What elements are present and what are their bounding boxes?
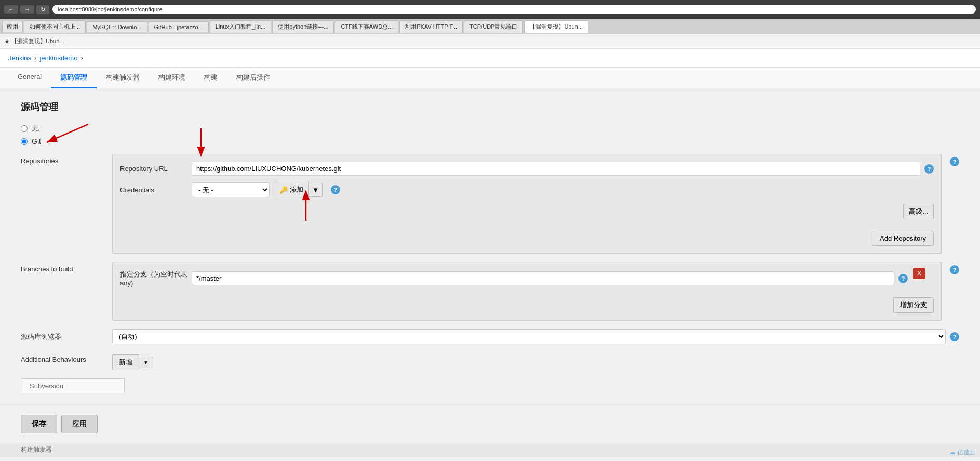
watermark: ☁ 亿速云 <box>949 448 976 457</box>
bookmark-1[interactable]: ★ 【漏洞复现】Ubun... <box>4 37 64 45</box>
main-content: 源码管理 无 Git <box>0 88 980 406</box>
browser-chrome: ← → ↻ localhost:8080/job/jenkinsdemo/con… <box>0 0 980 19</box>
apply-button[interactable]: 应用 <box>61 415 98 433</box>
browser-tabs: 应用 如何使不同主机上... MySQL :: Downlo... GitHub… <box>0 19 980 34</box>
credentials-row: Credentials <box>120 182 934 197</box>
branches-section: Branches to build X 指定分支（为空时代表any) ? 增加分… <box>21 262 959 321</box>
radio-git[interactable] <box>21 138 28 145</box>
branches-label: Branches to build <box>21 262 104 321</box>
browser-forward-btn[interactable]: → <box>20 5 34 14</box>
credentials-select[interactable]: - 无 - <box>192 182 270 197</box>
tab-3[interactable]: GitHub - jpetazzo... <box>149 21 209 32</box>
repo-url-input[interactable] <box>192 162 920 176</box>
browser-back-btn[interactable]: ← <box>4 5 18 14</box>
source-browser-select[interactable]: (自动) <box>112 329 946 344</box>
breadcrumb-jenkinsdemo[interactable]: jenkinsdemo <box>39 54 77 62</box>
radio-group: 无 Git <box>21 124 959 146</box>
delete-branch-btn[interactable]: X <box>913 268 925 279</box>
radio-none-label: 无 <box>32 124 39 133</box>
tab-1[interactable]: 如何使不同主机上... <box>24 20 86 33</box>
add-credentials-dropdown[interactable]: ▼ <box>309 183 323 197</box>
bottom-buttons: 保存 应用 <box>0 406 980 442</box>
tab-bar: General 源码管理 构建触发器 构建环境 构建 构建后操作 <box>0 68 980 88</box>
tab-source-mgmt[interactable]: 源码管理 <box>51 68 97 88</box>
add-repo-row: Add Repository <box>120 227 934 246</box>
tab-2[interactable]: MySQL :: Downlo... <box>87 21 147 32</box>
radio-none[interactable] <box>21 125 28 132</box>
source-browser-content: (自动) ? <box>112 329 959 344</box>
key-icon: 🔑 <box>279 186 288 194</box>
tab-8[interactable]: TCP/UDP常见端口 <box>464 20 523 33</box>
add-branch-btn[interactable]: 增加分支 <box>893 297 934 313</box>
tab-post-build[interactable]: 构建后操作 <box>227 68 279 88</box>
new-behaviour-dropdown[interactable]: ▼ <box>139 357 153 368</box>
additional-behaviours-label: Additional Behaviours <box>21 352 104 370</box>
add-btn-label: 添加 <box>290 185 303 194</box>
source-browser-section: 源码库浏览器 (自动) ? <box>21 329 959 344</box>
browser-refresh-btn[interactable]: ↻ <box>36 5 49 14</box>
additional-behaviours-section: Additional Behaviours 新增 ▼ <box>21 352 959 370</box>
add-credentials-btn[interactable]: 🔑 添加 <box>274 182 309 197</box>
tab-5[interactable]: 使用python链接—... <box>272 20 334 33</box>
add-branch-row: 增加分支 <box>120 293 934 313</box>
branch-field-row: 指定分支（为空时代表any) ? <box>120 270 934 287</box>
jenkins-page: Jenkins › jenkinsdemo › General 源码管理 构建触… <box>0 49 980 461</box>
repo-url-row: Repository URL ? <box>120 162 934 176</box>
partial-bottom-tab: 构建触发器 <box>0 442 980 457</box>
new-btn-group: 新增 ▼ <box>112 354 153 370</box>
repositories-section: Repositories Repository URL ? <box>21 154 959 254</box>
breadcrumb-jenkins[interactable]: Jenkins <box>8 54 31 62</box>
source-browser-help[interactable]: ? <box>950 332 959 341</box>
credentials-help[interactable]: ? <box>331 185 340 194</box>
tab-build[interactable]: 构建 <box>195 68 227 88</box>
address-bar[interactable]: localhost:8080/job/jenkinsdemo/configure <box>52 5 976 14</box>
radio-git-label: Git <box>32 137 41 146</box>
repositories-content: Repository URL ? Credentials <box>112 154 942 254</box>
add-repository-btn[interactable]: Add Repository <box>872 231 934 246</box>
credentials-label: Credentials <box>120 186 187 194</box>
tab-build-env[interactable]: 构建环境 <box>149 68 195 88</box>
repositories-help[interactable]: ? <box>950 157 959 166</box>
breadcrumb: Jenkins › jenkinsdemo › <box>0 49 980 68</box>
radio-none-row: 无 <box>21 124 959 133</box>
branch-field-label: 指定分支（为空时代表any) <box>120 270 187 287</box>
tab-4[interactable]: Linux入门教程_lin... <box>210 20 272 33</box>
save-button[interactable]: 保存 <box>21 415 57 433</box>
tab-apps[interactable]: 应用 <box>2 21 23 32</box>
new-behaviour-btn[interactable]: 新增 <box>112 354 139 370</box>
breadcrumb-sep-2: › <box>80 54 83 62</box>
tab-7[interactable]: 利用PKAV HTTP F... <box>399 20 463 33</box>
tab-general[interactable]: General <box>8 68 51 88</box>
repo-actions: 高级... <box>120 204 934 223</box>
section-title: 源码管理 <box>21 101 959 113</box>
tab-9[interactable]: 【漏洞复现】Ubun... <box>524 20 588 33</box>
tab-build-trigger[interactable]: 构建触发器 <box>97 68 149 88</box>
repo-url-help[interactable]: ? <box>924 164 934 174</box>
advanced-btn[interactable]: 高级... <box>903 204 934 219</box>
breadcrumb-sep-1: › <box>34 54 36 62</box>
branch-help[interactable]: ? <box>898 274 908 283</box>
branch-input[interactable] <box>192 271 894 285</box>
repo-url-label: Repository URL <box>120 165 187 173</box>
source-browser-label: 源码库浏览器 <box>21 329 104 344</box>
branches-content: X 指定分支（为空时代表any) ? 增加分支 <box>112 262 942 321</box>
radio-git-row: Git <box>21 137 959 146</box>
bookmark-bar: ★ 【漏洞复现】Ubun... <box>0 34 980 49</box>
subversion-item[interactable]: Subversion <box>21 378 125 393</box>
additional-behaviours-content: 新增 ▼ <box>112 352 959 370</box>
tab-6[interactable]: CTF线下赛AWD总... <box>335 20 398 33</box>
branches-help[interactable]: ? <box>950 265 959 274</box>
repositories-label: Repositories <box>21 154 104 254</box>
